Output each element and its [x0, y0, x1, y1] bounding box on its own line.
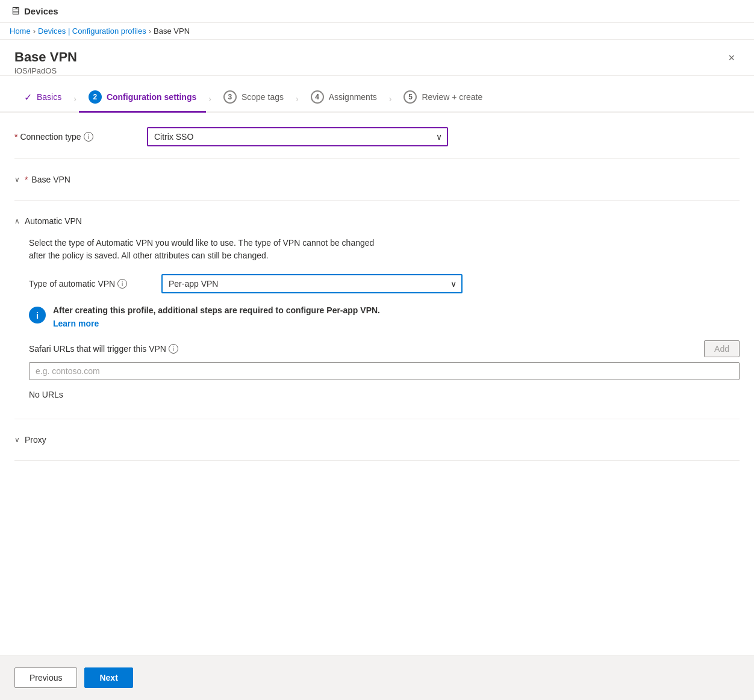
add-url-button[interactable]: Add: [704, 340, 740, 357]
connection-type-select[interactable]: Citrix SSO IKEv2 Cisco Legacy AnyConnect…: [147, 127, 448, 146]
tab-scopetags-number: 3: [223, 90, 237, 104]
divider-4: [14, 460, 740, 461]
automatic-vpn-chevron-icon: ∧: [14, 217, 20, 225]
safari-urls-info-icon[interactable]: i: [169, 344, 178, 354]
divider-1: [14, 158, 740, 159]
proxy-chevron-icon: ∨: [14, 436, 20, 444]
app-bar-title: Devices: [24, 6, 58, 16]
automatic-vpn-section-header[interactable]: ∧ Automatic VPN: [14, 210, 740, 232]
info-banner: i After creating this profile, additiona…: [29, 305, 740, 328]
safari-urls-label: Safari URLs that will trigger this VPN i: [29, 344, 178, 354]
wizard-tabs: ✓ Basics › 2 Configuration settings › 3 …: [0, 76, 754, 113]
auto-vpn-type-row: Type of automatic VPN i Per-app VPN On-d…: [29, 274, 740, 293]
proxy-section-header[interactable]: ∨ Proxy: [14, 429, 740, 451]
close-button[interactable]: ×: [723, 49, 740, 67]
divider-3: [14, 419, 740, 419]
safari-url-input[interactable]: [29, 362, 740, 380]
tab-assignments-number: 4: [311, 90, 324, 104]
footer-actions: Previous Next: [0, 655, 754, 700]
tab-assignments-label: Assignments: [329, 92, 377, 102]
previous-button[interactable]: Previous: [14, 667, 77, 688]
breadcrumb-config-profiles[interactable]: Devices | Configuration profiles: [38, 27, 146, 36]
devices-icon: 🖥: [10, 5, 20, 17]
tab-review[interactable]: 5 Review + create: [394, 86, 492, 113]
tab-basics[interactable]: ✓ Basics: [14, 87, 71, 112]
learn-more-link[interactable]: Learn more: [53, 319, 380, 328]
auto-vpn-type-info-icon[interactable]: i: [117, 279, 127, 289]
tab-configuration[interactable]: 2 Configuration settings: [79, 86, 206, 113]
check-icon: ✓: [24, 92, 32, 103]
base-vpn-chevron-icon: ∨: [14, 175, 20, 184]
info-circle-icon: i: [29, 307, 46, 323]
base-vpn-section-header[interactable]: ∨ * Base VPN: [14, 169, 740, 190]
page-subtitle: iOS/iPadOS: [14, 66, 77, 75]
tab-basics-label: Basics: [37, 92, 61, 102]
tab-configuration-label: Configuration settings: [107, 92, 196, 102]
no-urls-text: No URLs: [29, 385, 740, 404]
next-button[interactable]: Next: [84, 667, 132, 688]
tab-scopetags-label: Scope tags: [241, 92, 284, 102]
breadcrumb: Home › Devices | Configuration profiles …: [0, 23, 754, 40]
automatic-vpn-content: Select the type of Automatic VPN you wou…: [14, 232, 740, 409]
connection-type-row: * Connection type i Citrix SSO IKEv2 Cis…: [14, 127, 740, 146]
page-title: Base VPN: [14, 49, 77, 65]
divider-2: [14, 200, 740, 201]
tab-configuration-number: 2: [89, 90, 102, 104]
breadcrumb-home[interactable]: Home: [10, 27, 31, 36]
auto-vpn-type-label: Type of automatic VPN i: [29, 279, 161, 289]
info-banner-text: After creating this profile, additional …: [53, 305, 380, 315]
tab-review-label: Review + create: [422, 92, 482, 102]
automatic-vpn-description: Select the type of Automatic VPN you wou…: [29, 237, 390, 262]
connection-type-info-icon[interactable]: i: [84, 132, 93, 142]
tab-review-number: 5: [403, 90, 417, 104]
auto-vpn-type-select[interactable]: Per-app VPN On-demand VPN: [161, 274, 463, 293]
tab-scopetags[interactable]: 3 Scope tags: [214, 86, 293, 113]
safari-urls-section: Safari URLs that will trigger this VPN i…: [29, 340, 740, 404]
breadcrumb-current: Base VPN: [154, 27, 190, 36]
connection-type-label: * Connection type i: [14, 132, 147, 142]
tab-assignments[interactable]: 4 Assignments: [301, 86, 387, 113]
